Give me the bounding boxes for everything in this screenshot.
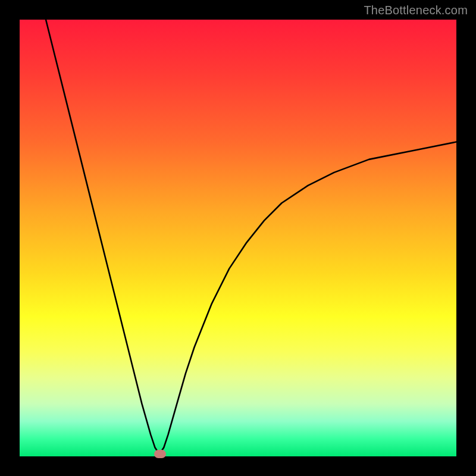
curve-svg	[20, 20, 456, 456]
watermark-text: TheBottleneck.com	[364, 4, 468, 17]
plot-area	[20, 20, 456, 456]
chart-stage: TheBottleneck.com	[0, 0, 476, 476]
bottleneck-curve	[46, 20, 456, 454]
optimal-marker	[154, 450, 166, 458]
